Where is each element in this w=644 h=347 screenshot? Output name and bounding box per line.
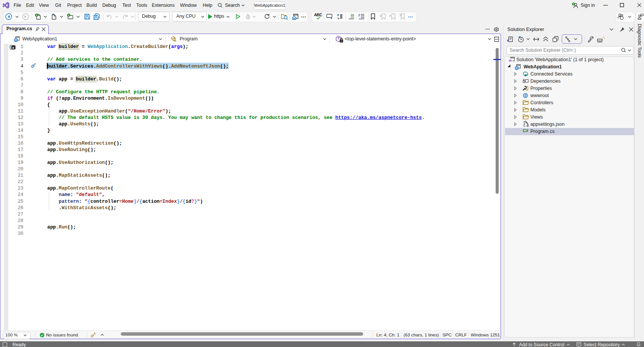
svg-text:2: 2 xyxy=(358,14,360,17)
svg-text:∞: ∞ xyxy=(509,58,512,63)
svg-text:{·}: {·} xyxy=(523,124,528,127)
